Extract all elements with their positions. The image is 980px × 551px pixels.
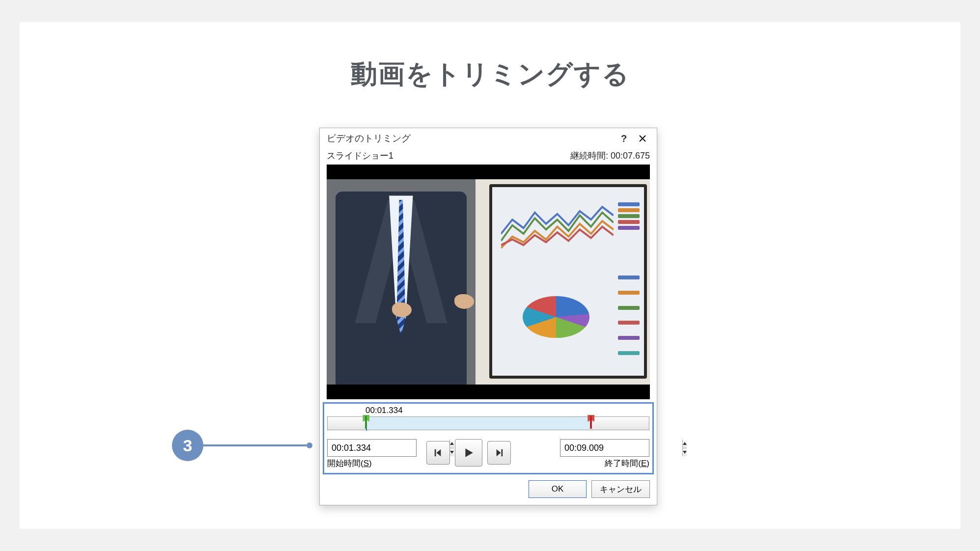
- end-time-input[interactable]: [560, 440, 682, 456]
- callout-3: 3: [172, 430, 312, 461]
- cancel-button[interactable]: キャンセル: [591, 480, 650, 498]
- media-name: スライドショー1: [327, 150, 393, 162]
- video-preview: [327, 165, 650, 399]
- dialog-info-row: スライドショー1 継続時間: 00:07.675: [320, 148, 657, 165]
- end-time-spinner[interactable]: [560, 439, 649, 457]
- end-time-step-down[interactable]: [683, 448, 687, 457]
- svg-rect-1: [502, 449, 503, 456]
- ok-button[interactable]: OK: [529, 480, 587, 498]
- frame-forward-icon: [495, 448, 504, 457]
- callout-badge: 3: [172, 430, 203, 461]
- close-icon: [639, 135, 646, 142]
- trim-start-handle[interactable]: [363, 415, 369, 432]
- help-button[interactable]: ?: [615, 131, 633, 146]
- trim-controls-region: 00:01.334: [323, 402, 654, 474]
- playhead-time: 00:01.334: [365, 406, 649, 415]
- svg-rect-0: [435, 449, 436, 456]
- start-time-group: 開始時間(S): [327, 439, 420, 469]
- trim-end-handle[interactable]: [588, 415, 594, 432]
- play-button[interactable]: [455, 439, 482, 467]
- dialog-footer: OK キャンセル: [320, 474, 657, 505]
- start-time-label: 開始時間(S): [327, 458, 420, 469]
- frame-back-icon: [434, 448, 443, 457]
- close-button[interactable]: [633, 131, 652, 146]
- start-time-spinner[interactable]: [327, 439, 417, 457]
- dialog-titlebar: ビデオのトリミング ?: [320, 128, 657, 148]
- duration-value: 00:07.675: [611, 151, 650, 161]
- selected-range-bar: [366, 417, 591, 430]
- trim-timeline[interactable]: [327, 416, 649, 430]
- duration-display: 継続時間: 00:07.675: [570, 150, 650, 162]
- duration-label: 継続時間:: [570, 151, 608, 161]
- end-time-label: 終了時間(E): [605, 458, 649, 469]
- page-title: 動画をトリミングする: [20, 56, 960, 92]
- frame-forward-button[interactable]: [487, 441, 511, 465]
- playback-controls: [426, 439, 511, 467]
- tutorial-slide: 動画をトリミングする 3 ビデオのトリミング ? スライドショー1 継続時間: …: [20, 22, 960, 529]
- callout-dot: [307, 442, 312, 448]
- play-icon: [463, 447, 474, 458]
- video-still-presenter: [327, 179, 476, 385]
- frame-back-button[interactable]: [426, 441, 450, 465]
- end-time-group: 終了時間(E): [556, 439, 649, 469]
- end-time-step-up[interactable]: [683, 440, 687, 448]
- dialog-title: ビデオのトリミング: [327, 132, 411, 145]
- trim-video-dialog: ビデオのトリミング ? スライドショー1 継続時間: 00:07.675: [319, 128, 657, 505]
- video-still-projector: [489, 184, 647, 379]
- callout-line: [203, 444, 307, 446]
